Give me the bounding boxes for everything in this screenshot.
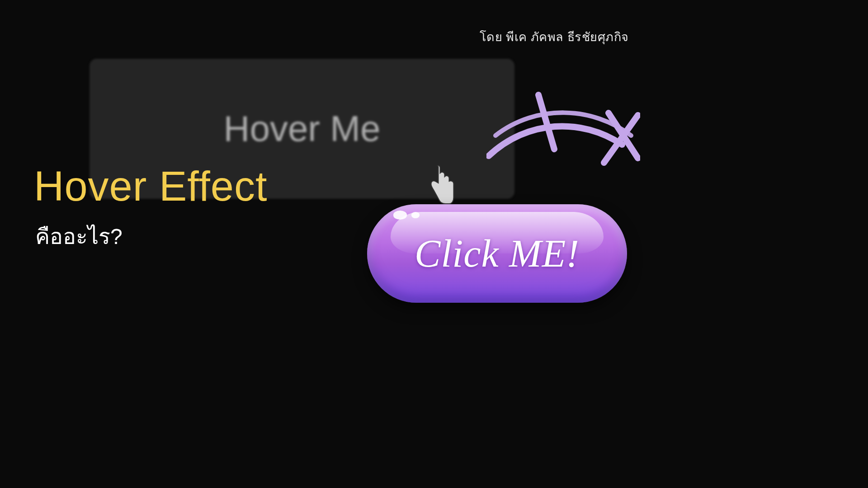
hover-me-label: Hover Me bbox=[224, 108, 381, 150]
author-credit: โดย พีเค ภัคพล ธีรชัยศุภกิจ bbox=[480, 27, 629, 47]
page-title: Hover Effect bbox=[34, 163, 268, 210]
pointer-cursor-icon bbox=[427, 165, 457, 206]
button-shine-icon bbox=[393, 211, 420, 220]
click-me-button[interactable]: Click ME! bbox=[367, 204, 627, 303]
sparkle-scribble-icon bbox=[486, 90, 640, 203]
svg-line-0 bbox=[538, 95, 554, 149]
page-subtitle: คืออะไร? bbox=[35, 219, 123, 253]
click-me-label: Click ME! bbox=[415, 231, 580, 276]
